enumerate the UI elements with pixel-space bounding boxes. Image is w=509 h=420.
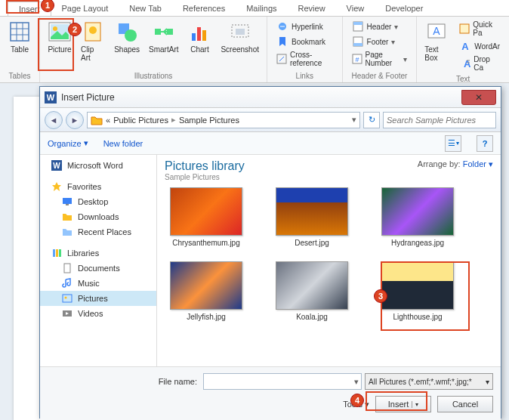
group-text: A Text Box Quick Pa AWordAr ADrop Ca Tex… bbox=[417, 17, 509, 82]
filename-input[interactable] bbox=[203, 373, 362, 390]
tab-page-layout[interactable]: Page Layout bbox=[51, 2, 119, 16]
footer-icon bbox=[352, 36, 364, 48]
shapes-button[interactable]: Shapes bbox=[110, 18, 144, 55]
newfolder-button[interactable]: New folder bbox=[103, 139, 143, 148]
breadcrumb-part1[interactable]: Public Pictures bbox=[113, 116, 168, 125]
crossref-icon bbox=[276, 53, 287, 65]
search-input[interactable] bbox=[383, 112, 496, 128]
footer-button[interactable]: Footer▾ bbox=[349, 35, 411, 48]
tab-references[interactable]: References bbox=[172, 2, 236, 16]
sidebar-label: Libraries bbox=[67, 249, 99, 258]
tab-developer[interactable]: Developer bbox=[375, 2, 433, 16]
svg-text:W: W bbox=[47, 93, 55, 102]
word-icon: W bbox=[45, 91, 57, 103]
thumb-koala[interactable]: Koala.jpg bbox=[270, 261, 353, 322]
cancel-button[interactable]: Cancel bbox=[437, 396, 493, 412]
header-button[interactable]: Header▾ bbox=[349, 20, 411, 33]
word-icon: W bbox=[51, 159, 63, 171]
sidebar-label: Recent Places bbox=[78, 227, 131, 236]
refresh-button[interactable]: ↻ bbox=[363, 112, 380, 128]
group-headerfooter: Header▾ Footer▾ #Page Number▾ Header & F… bbox=[343, 17, 418, 82]
clipart-button[interactable]: Clip Art bbox=[76, 18, 110, 63]
organize-button[interactable]: Organize▾ bbox=[48, 138, 88, 148]
recent-icon bbox=[61, 226, 73, 238]
thumb-lighthouse[interactable]: Lighthouse.jpg bbox=[376, 261, 459, 322]
quickparts-label: Quick Pa bbox=[473, 20, 500, 37]
thumb-image bbox=[381, 187, 454, 236]
crossref-button[interactable]: Cross-reference bbox=[273, 50, 336, 68]
thumb-label: Lighthouse.jpg bbox=[393, 313, 442, 322]
thumb-desert[interactable]: Desert.jpg bbox=[270, 187, 353, 248]
thumb-hydrangeas[interactable]: Hydrangeas.jpg bbox=[376, 187, 459, 248]
pagenum-icon: # bbox=[352, 53, 362, 65]
back-button[interactable]: ◄ bbox=[45, 111, 63, 129]
svg-rect-0 bbox=[11, 23, 29, 41]
textbox-button[interactable]: A Text Box bbox=[420, 18, 453, 63]
folder-icon bbox=[91, 114, 103, 126]
thumb-chrysanthemum[interactable]: Chrysanthemum.jpg bbox=[165, 187, 248, 248]
arrow-right-icon: ► bbox=[71, 116, 79, 125]
help-button[interactable]: ? bbox=[477, 135, 493, 152]
breadcrumb[interactable]: « Public Pictures ▸ Sample Pictures ▾ bbox=[87, 112, 360, 128]
view-button[interactable]: ☰▾ bbox=[445, 135, 461, 152]
content-title: Pictures library bbox=[165, 159, 245, 173]
filter-dropdown[interactable]: All Pictures (*.emf;*.wmf;*.jpg;*▾ bbox=[365, 373, 493, 390]
breadcrumb-prefix: « bbox=[106, 116, 110, 125]
close-button[interactable]: ✕ bbox=[461, 90, 496, 105]
dialog-title-text: Insert Picture bbox=[61, 92, 115, 103]
dialog-titlebar[interactable]: W Insert Picture ✕ bbox=[40, 87, 501, 108]
crossref-label: Cross-reference bbox=[290, 51, 333, 67]
insert-button[interactable]: Insert▾ bbox=[375, 396, 431, 412]
headerfooter-group-label: Header & Footer bbox=[346, 71, 414, 81]
tab-new-tab[interactable]: New Tab bbox=[119, 2, 172, 16]
svg-rect-38 bbox=[63, 198, 72, 204]
screenshot-button[interactable]: Screenshot bbox=[216, 18, 264, 55]
hyperlink-button[interactable]: Hyperlink bbox=[273, 20, 336, 33]
view-icon: ☰ bbox=[448, 138, 455, 148]
dropcap-button[interactable]: ADrop Ca bbox=[456, 54, 503, 73]
smartart-button[interactable]: SmartArt bbox=[144, 18, 183, 55]
refresh-icon: ↻ bbox=[369, 115, 375, 125]
libraries-icon bbox=[51, 247, 63, 259]
chevron-down-icon: ▾ bbox=[84, 138, 88, 148]
sidebar-item-pictures[interactable]: Pictures bbox=[40, 291, 156, 306]
sidebar-item-favorites[interactable]: Favorites bbox=[40, 179, 156, 194]
table-button[interactable]: Table bbox=[3, 18, 36, 55]
sidebar-item-documents[interactable]: Documents bbox=[40, 261, 156, 276]
sidebar-item-music[interactable]: Music bbox=[40, 276, 156, 291]
chevron-down-icon[interactable]: ▾ bbox=[352, 115, 356, 125]
thumb-image bbox=[381, 261, 454, 310]
thumb-label: Chrysanthemum.jpg bbox=[172, 239, 239, 248]
sidebar-item-word[interactable]: WMicrosoft Word bbox=[40, 158, 156, 173]
arrange-value[interactable]: Folder ▾ bbox=[463, 159, 493, 168]
star-icon bbox=[51, 181, 63, 193]
tab-view[interactable]: View bbox=[336, 2, 375, 16]
sidebar-item-videos[interactable]: Videos bbox=[40, 306, 156, 321]
breadcrumb-part2[interactable]: Sample Pictures bbox=[179, 116, 239, 125]
sidebar-item-downloads[interactable]: Downloads bbox=[40, 209, 156, 224]
textbox-label: Text Box bbox=[424, 45, 449, 62]
thumb-jellyfish[interactable]: Jellyfish.jpg bbox=[165, 261, 248, 322]
sidebar-item-libraries[interactable]: Libraries bbox=[40, 246, 156, 261]
svg-text:A: A bbox=[433, 25, 441, 37]
pagenum-button[interactable]: #Page Number▾ bbox=[349, 50, 411, 68]
svg-rect-13 bbox=[167, 29, 173, 35]
tab-mailings[interactable]: Mailings bbox=[236, 2, 287, 16]
svg-rect-16 bbox=[202, 30, 206, 41]
wordart-button[interactable]: AWordAr bbox=[456, 39, 503, 53]
forward-button[interactable]: ► bbox=[66, 111, 84, 129]
quickparts-button[interactable]: Quick Pa bbox=[456, 20, 503, 38]
hyperlink-icon bbox=[276, 20, 288, 32]
chevron-down-icon: ▾ bbox=[403, 55, 407, 63]
thumb-label: Jellyfish.jpg bbox=[187, 313, 226, 322]
bookmark-button[interactable]: Bookmark bbox=[273, 35, 336, 48]
svg-rect-18 bbox=[236, 29, 245, 35]
chart-button[interactable]: Chart bbox=[183, 18, 216, 55]
pagenum-label: Page Number bbox=[366, 51, 401, 67]
sidebar-item-desktop[interactable]: Desktop bbox=[40, 194, 156, 209]
tab-review[interactable]: Review bbox=[288, 2, 336, 16]
quickparts-icon bbox=[459, 23, 470, 35]
nav-bar: ◄ ► « Public Pictures ▸ Sample Pictures … bbox=[40, 108, 501, 132]
sidebar-item-recent[interactable]: Recent Places bbox=[40, 224, 156, 239]
insert-label: Insert bbox=[388, 400, 409, 409]
